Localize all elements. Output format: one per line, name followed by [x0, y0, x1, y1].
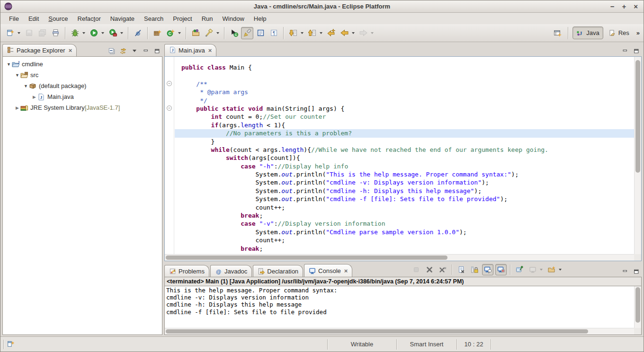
- close-view-icon[interactable]: ×: [69, 47, 72, 54]
- editor-horizontal-scrollbar[interactable]: [165, 254, 634, 261]
- show-stderr-button[interactable]: [495, 264, 507, 275]
- run-external-dropdown[interactable]: [119, 27, 125, 39]
- menu-source[interactable]: Source: [44, 14, 72, 23]
- skip-breakpoints-button[interactable]: [132, 27, 144, 39]
- tab-console[interactable]: Console×: [304, 264, 352, 277]
- next-annotation-dropdown[interactable]: [299, 27, 305, 39]
- close-view-icon[interactable]: ×: [344, 267, 348, 274]
- display-console-dropdown[interactable]: [538, 264, 544, 276]
- breadcrumb-button[interactable]: C: [228, 27, 240, 39]
- terminate-button[interactable]: [411, 264, 422, 275]
- show-whitespace-button[interactable]: ¶: [268, 27, 280, 39]
- new-class-dropdown[interactable]: [177, 27, 182, 39]
- menu-navigate[interactable]: Navigate: [106, 14, 139, 23]
- perspective-overflow-chevron[interactable]: »: [635, 29, 641, 36]
- new-class-button[interactable]: C: [164, 27, 177, 39]
- editor-vertical-scrollbar[interactable]: [634, 57, 641, 254]
- collapse-fold-icon[interactable]: −: [167, 81, 172, 86]
- console-horizontal-scrollbar[interactable]: [165, 328, 634, 334]
- view-menu-icon[interactable]: [131, 47, 138, 54]
- minimize-view-icon[interactable]: [142, 47, 149, 54]
- menu-edit[interactable]: Edit: [24, 14, 44, 23]
- code-text[interactable]: public class Main { /** * @param args */…: [175, 57, 634, 254]
- print-button[interactable]: [49, 27, 62, 39]
- next-annotation-button[interactable]: [287, 27, 299, 39]
- show-stdout-button[interactable]: [482, 264, 493, 275]
- collapsed-arrow-icon[interactable]: ▶: [14, 106, 20, 110]
- tab-package-explorer[interactable]: Package Explorer ×: [2, 44, 77, 56]
- back-dropdown[interactable]: [350, 27, 356, 39]
- collapsed-arrow-icon[interactable]: ▶: [31, 95, 37, 99]
- clear-console-button[interactable]: [456, 264, 467, 275]
- perspective-java-button[interactable]: JJava: [572, 26, 603, 39]
- run-button[interactable]: [88, 27, 100, 39]
- tab-problems[interactable]: Problems: [164, 265, 209, 277]
- menu-window[interactable]: Window: [218, 14, 249, 23]
- tree-item-src[interactable]: ▼src: [3, 70, 162, 80]
- debug-dropdown[interactable]: [81, 27, 87, 39]
- prev-annotation-dropdown[interactable]: [318, 27, 324, 39]
- save-all-button[interactable]: [36, 27, 48, 39]
- link-with-editor-icon[interactable]: [119, 47, 126, 54]
- search-dropdown[interactable]: [215, 27, 221, 39]
- maximize-view-icon[interactable]: [633, 268, 640, 275]
- tab-javadoc[interactable]: @Javadoc: [210, 265, 252, 277]
- save-button[interactable]: [23, 27, 35, 39]
- remove-launch-button[interactable]: [424, 264, 435, 275]
- maximize-window-button[interactable]: +: [622, 3, 626, 10]
- console-vertical-scrollbar[interactable]: [634, 286, 641, 328]
- menu-help[interactable]: Help: [249, 14, 271, 23]
- menu-file[interactable]: File: [4, 14, 24, 23]
- search-button[interactable]: [203, 27, 215, 39]
- prev-annotation-button[interactable]: [306, 27, 318, 39]
- tab-declaration[interactable]: Declaration: [253, 265, 303, 277]
- display-console-button[interactable]: [527, 264, 538, 275]
- expanded-arrow-icon[interactable]: ▼: [23, 84, 29, 88]
- scroll-lock-button[interactable]: [469, 264, 480, 275]
- close-window-button[interactable]: ×: [634, 3, 638, 10]
- menu-project[interactable]: Project: [168, 14, 197, 23]
- tree-item-main-java[interactable]: ▶JMain.java: [3, 91, 162, 102]
- collapse-fold-icon[interactable]: −: [167, 106, 172, 111]
- back-button[interactable]: [338, 27, 350, 39]
- fast-view-icon[interactable]: [7, 340, 15, 349]
- maximize-view-icon[interactable]: [153, 47, 161, 54]
- menu-refactor[interactable]: Refactor: [73, 14, 106, 23]
- minimize-editor-icon[interactable]: [621, 47, 628, 54]
- menu-search[interactable]: Search: [139, 14, 168, 23]
- scrollbar-thumb[interactable]: [166, 329, 588, 334]
- pin-console-button[interactable]: [514, 264, 525, 275]
- new-wizard-dropdown[interactable]: [16, 27, 22, 39]
- open-type-button[interactable]: [189, 27, 202, 39]
- tab-main-java[interactable]: J Main.java ×: [164, 44, 216, 56]
- show-selected-only-button[interactable]: [254, 27, 267, 39]
- mark-occurrences-button[interactable]: [241, 27, 253, 39]
- debug-button[interactable]: [69, 27, 81, 39]
- collapse-all-icon[interactable]: [108, 47, 115, 54]
- code-editor[interactable]: −− public class Main { /** * @param args…: [164, 56, 642, 261]
- last-edit-location-button[interactable]: [325, 27, 337, 39]
- forward-dropdown[interactable]: [369, 27, 375, 39]
- remove-all-launches-button[interactable]: [437, 264, 448, 275]
- open-perspective-button[interactable]: [551, 27, 564, 39]
- forward-button[interactable]: [357, 27, 369, 39]
- run-external-button[interactable]: [107, 27, 119, 39]
- scrollbar-thumb[interactable]: [166, 255, 447, 260]
- tree-item--default-package-[interactable]: ▼(default package): [3, 80, 162, 91]
- new-package-button[interactable]: [151, 27, 163, 39]
- tree-item-jre-system-library[interactable]: ▶JRE System Library [JavaSE-1.7]: [3, 102, 162, 113]
- scrollbar-thumb[interactable]: [635, 287, 640, 323]
- minimize-view-icon[interactable]: [621, 268, 628, 275]
- minimize-window-button[interactable]: −: [610, 3, 615, 10]
- console-output-area[interactable]: This is the help message. Proper command…: [164, 286, 642, 335]
- expanded-arrow-icon[interactable]: ▼: [6, 62, 12, 67]
- perspective-res-button[interactable]: Res: [605, 26, 633, 39]
- open-console-button[interactable]: [546, 264, 557, 275]
- scrollbar-thumb[interactable]: [635, 60, 640, 173]
- menu-run[interactable]: Run: [197, 14, 218, 23]
- maximize-editor-icon[interactable]: [633, 47, 640, 54]
- run-dropdown[interactable]: [100, 27, 106, 39]
- open-console-dropdown[interactable]: [557, 264, 563, 276]
- expanded-arrow-icon[interactable]: ▼: [14, 73, 20, 78]
- close-editor-icon[interactable]: ×: [208, 47, 212, 54]
